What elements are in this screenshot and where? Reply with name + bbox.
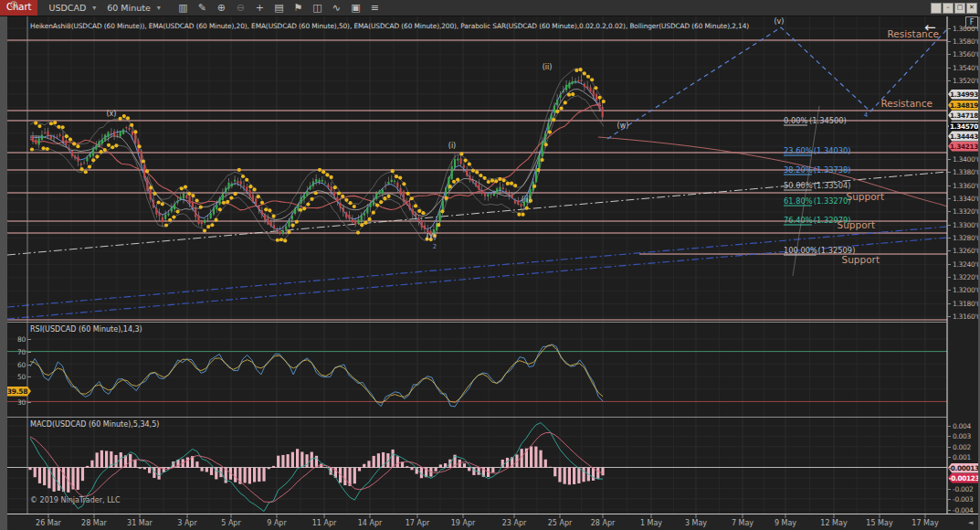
- toolbar: Chart USDCAD ▾ 60 Minute ▾ ▥✎⊕⊖+▤⚑◫∿▣≡ –…: [0, 0, 980, 16]
- svg-text:0.00%: 0.00%: [784, 116, 807, 125]
- fixed-scale-button[interactable]: F: [965, 16, 978, 28]
- svg-text:(i): (i): [448, 142, 456, 150]
- macd-tick-label: -0.002: [953, 485, 973, 493]
- date-label: 15 May: [866, 519, 892, 527]
- price-tag: 1.34819: [948, 101, 980, 111]
- copyright-text: © 2019 NinjaTrader, LLC: [30, 496, 121, 504]
- macd-tick-label: 0.001: [953, 453, 971, 461]
- indicator-label: HeikenAshi8(USDCAD (60 Minute)), EMA(USD…: [30, 22, 749, 30]
- snapshot-icon[interactable]: ▣: [346, 1, 365, 15]
- report-icon[interactable]: ▤: [269, 1, 289, 15]
- svg-text:Support: Support: [837, 219, 875, 230]
- window-blank-button[interactable]: [931, 3, 942, 14]
- price-tick-label: 1.3540'0: [953, 64, 980, 72]
- chart-style-icon[interactable]: ▥: [174, 1, 193, 15]
- price-tick-label: 1.3320'0: [953, 207, 980, 216]
- close-button[interactable]: ✕: [966, 3, 977, 14]
- svg-text:(v): (v): [775, 17, 785, 26]
- svg-text:100.00%: 100.00%: [784, 246, 817, 255]
- macd-tick-mark: [947, 457, 951, 458]
- toolbar-icons: ▥✎⊕⊖+▤⚑◫∿▣≡: [174, 1, 385, 15]
- date-label: 5 Apr: [221, 519, 240, 527]
- price-tick-mark: [947, 303, 951, 304]
- instrument-value: USDCAD: [48, 3, 86, 13]
- zoom-in-icon[interactable]: ⊕: [212, 1, 231, 15]
- price-tick-label: 1.3580'0: [953, 37, 980, 46]
- macd-tick-label: -0.004: [953, 506, 973, 514]
- price-tick-label: 1.3520'0: [953, 77, 980, 85]
- price-tick-mark: [947, 54, 951, 55]
- svg-text:50.00%: 50.00%: [784, 181, 813, 190]
- svg-text:76.40%: 76.40%: [784, 216, 813, 225]
- svg-text:23.60%: 23.60%: [784, 146, 813, 155]
- main-chart-plot[interactable]: 0.00% (1.34500)23.60% (1.34030)38.20% (1…: [0, 0, 980, 530]
- date-label: 28 Mar: [81, 519, 107, 527]
- zoom-out-icon[interactable]: ⊖: [231, 1, 250, 15]
- macd-tick-label: 0.002: [953, 443, 971, 451]
- rsi-panel-label: RSI(USDCAD (60 Minute),14,3): [30, 325, 142, 334]
- zigzag-tool-icon[interactable]: ∿: [327, 1, 346, 15]
- window-left-frame: [0, 16, 7, 530]
- svg-text:38.20%: 38.20%: [784, 165, 813, 175]
- new-window-icon[interactable]: ◫: [308, 1, 327, 15]
- svg-text:(1.33270): (1.33270): [814, 196, 851, 206]
- price-tag: 1.34718: [948, 111, 980, 121]
- macd-tick-mark: [947, 426, 951, 427]
- rsi-tick-mark: [27, 402, 31, 403]
- date-label: 9 May: [775, 519, 796, 527]
- macd-panel-label: MACD(USDCAD (60 Minute),5,34,5): [30, 420, 159, 429]
- elliott-wave-labels: (x)(Y)2(i)(ii)(ii)(w)(v)4: [107, 17, 869, 250]
- date-label: 12 May: [820, 519, 847, 527]
- svg-text:Support: Support: [841, 254, 880, 265]
- svg-text:4: 4: [864, 111, 869, 119]
- svg-text:(x): (x): [107, 110, 117, 118]
- date-label: 3 May: [685, 519, 707, 527]
- svg-text:2: 2: [433, 243, 437, 250]
- date-label: 25 Apr: [548, 519, 573, 527]
- price-tick-mark: [947, 80, 951, 81]
- minimize-button[interactable]: –: [943, 3, 954, 14]
- rsi-tick-label: 30: [7, 398, 26, 407]
- rsi-tick-label: 60: [7, 361, 26, 369]
- interval-select[interactable]: 60 Minute ▾: [107, 3, 161, 13]
- price-tick-mark: [947, 277, 951, 278]
- price-tick-label: 1.3160'0: [953, 313, 980, 321]
- date-label: 23 Apr: [502, 519, 527, 527]
- price-tick-mark: [947, 264, 951, 265]
- gridlines: [7, 16, 948, 514]
- macd-tick-label: 0.004: [953, 422, 971, 430]
- properties-icon[interactable]: ≡: [365, 1, 385, 15]
- date-label: 26 Mar: [36, 519, 61, 527]
- date-label: 11 Apr: [312, 519, 337, 527]
- price-tick-mark: [947, 28, 951, 29]
- price-tick-mark: [947, 68, 951, 69]
- chart-window: 0.00% (1.34500)23.60% (1.34030)38.20% (1…: [0, 0, 980, 530]
- macd-tick-mark: [947, 499, 951, 500]
- svg-text:(1.34500): (1.34500): [809, 116, 847, 125]
- price-tick-label: 1.3300'0: [953, 221, 980, 229]
- price-tick-mark: [947, 250, 951, 251]
- price-tick-label: 1.3340'0: [953, 195, 980, 203]
- instrument-select[interactable]: USDCAD ▾: [48, 3, 96, 13]
- rsi-tick-mark: [27, 352, 31, 353]
- restore-button[interactable]: □: [954, 3, 965, 14]
- crosshair-icon[interactable]: +: [250, 1, 269, 15]
- macd-tick-label: 0.003: [953, 432, 971, 440]
- date-label: 28 Apr: [591, 519, 616, 527]
- price-tag: 1.34570: [948, 122, 980, 132]
- price-tick-mark: [947, 211, 951, 212]
- date-label: 17 Apr: [406, 519, 430, 527]
- svg-text:(1.34030): (1.34030): [814, 146, 851, 155]
- search-icon[interactable]: [9, 0, 20, 11]
- macd-tick-mark: [947, 489, 951, 490]
- alert-flag-icon[interactable]: ⚑: [289, 1, 308, 15]
- scroll-latest-icon[interactable]: ◄: [968, 519, 973, 526]
- svg-text:Resistance: Resistance: [880, 98, 933, 109]
- macd-value-tag: -0.00123: [948, 473, 980, 483]
- macd-tick-label: -0.003: [953, 495, 973, 504]
- pan-left-arrow-icon[interactable]: ←: [924, 19, 936, 36]
- rsi-tick-mark: [27, 376, 31, 377]
- draw-pencil-icon[interactable]: ✎: [193, 1, 212, 15]
- price-tick-mark: [947, 316, 951, 317]
- price-tag: 1.34213: [948, 142, 980, 152]
